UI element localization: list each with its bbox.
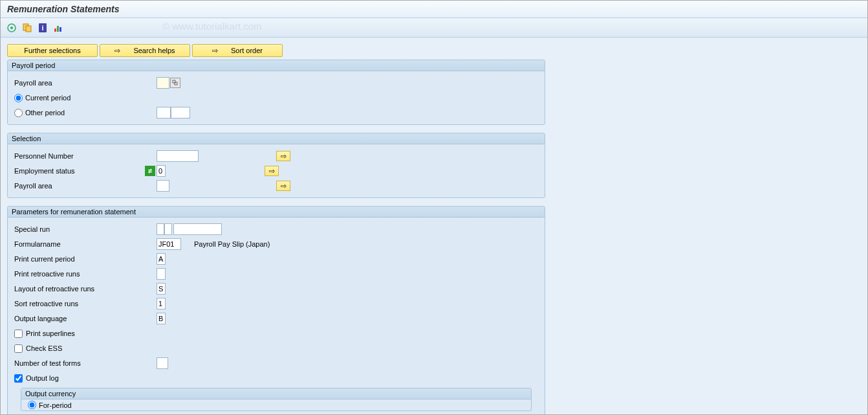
- output-lang-input[interactable]: [157, 313, 166, 324]
- radio-label-text: Current period: [25, 94, 71, 102]
- radio-input[interactable]: [14, 109, 23, 117]
- print-current-input[interactable]: [157, 253, 166, 265]
- svg-point-1: [10, 27, 13, 29]
- content-area: Further selections ⇨ Search helps ⇨ Sort…: [1, 38, 867, 414]
- btn-label: Sort order: [231, 47, 263, 54]
- watermark: © www.tutorialkart.com: [162, 21, 262, 32]
- output-currency-panel: Output currency For-period: [21, 388, 532, 411]
- output-log-label: Output log: [26, 374, 59, 382]
- panel-header: Parameters for remuneration statement: [8, 207, 545, 218]
- radio-input[interactable]: [28, 401, 36, 409]
- selection-panel: Selection Personnel Number ⇨ Employment …: [7, 133, 545, 198]
- parameters-panel: Parameters for remuneration statement Sp…: [7, 206, 545, 414]
- for-period-radio[interactable]: For-period: [28, 401, 525, 409]
- other-period-input1[interactable]: [157, 107, 171, 118]
- btn-label: Search helps: [133, 47, 175, 54]
- formular-description: Payroll Pay Slip (Japan): [194, 240, 270, 248]
- sort-retro-input[interactable]: [157, 298, 166, 309]
- payroll-area-input[interactable]: [157, 77, 169, 89]
- check-ess-checkbox[interactable]: [14, 344, 23, 353]
- layout-retro-label: Layout of retroactive runs: [14, 285, 157, 293]
- special-run-input3[interactable]: [173, 223, 222, 235]
- num-test-input[interactable]: [157, 357, 168, 369]
- payroll-period-panel: Payroll period Payroll area Current peri…: [7, 60, 545, 125]
- payroll-area-label: Payroll area: [14, 79, 157, 87]
- multiple-selection-button[interactable]: ⇨: [276, 181, 290, 191]
- f4-help-icon[interactable]: [170, 78, 180, 88]
- personnel-number-input[interactable]: [157, 150, 199, 162]
- variant-icon[interactable]: [21, 22, 33, 34]
- chart-icon[interactable]: [52, 22, 64, 34]
- svg-rect-6: [54, 28, 56, 32]
- print-superlines-label: Print superlines: [26, 330, 75, 337]
- panel-header: Output currency: [21, 388, 531, 399]
- payroll-area-sel-input[interactable]: [157, 180, 169, 192]
- payroll-area-label: Payroll area: [14, 182, 157, 190]
- further-selections-button[interactable]: Further selections: [7, 44, 98, 57]
- special-run-input2[interactable]: [164, 223, 172, 235]
- check-ess-label: Check ESS: [26, 344, 62, 352]
- svg-rect-3: [26, 26, 31, 32]
- panel-header: Selection: [8, 133, 545, 144]
- sort-retro-label: Sort retroactive runs: [14, 300, 157, 308]
- button-row: Further selections ⇨ Search helps ⇨ Sort…: [7, 44, 861, 57]
- sort-order-button[interactable]: ⇨ Sort order: [192, 44, 283, 57]
- multiple-selection-button[interactable]: ⇨: [265, 166, 279, 176]
- layout-retro-input[interactable]: [157, 283, 166, 295]
- personnel-number-label: Personnel Number: [14, 152, 157, 160]
- multiple-selection-button[interactable]: ⇨: [276, 151, 290, 161]
- svg-rect-8: [60, 27, 61, 32]
- app-window: Remuneration Statements i © www.tutorial…: [0, 0, 868, 415]
- special-run-label: Special run: [14, 225, 157, 233]
- toolbar: i © www.tutorialkart.com: [1, 18, 867, 38]
- info-icon[interactable]: i: [37, 22, 49, 34]
- search-helps-button[interactable]: ⇨ Search helps: [100, 44, 190, 57]
- print-current-label: Print current period: [14, 255, 157, 263]
- current-period-radio[interactable]: Current period: [14, 94, 71, 102]
- other-period-radio[interactable]: Other period: [14, 109, 157, 117]
- svg-text:i: i: [41, 24, 43, 32]
- svg-rect-7: [57, 26, 59, 32]
- panel-header: Payroll period: [8, 60, 545, 71]
- output-lang-label: Output language: [14, 315, 157, 322]
- page-title: Remuneration Statements: [1, 1, 867, 18]
- radio-label-text: Other period: [25, 109, 65, 117]
- print-superlines-checkbox[interactable]: [14, 330, 23, 338]
- employment-status-input[interactable]: [157, 165, 166, 177]
- output-log-checkbox[interactable]: [14, 374, 23, 383]
- arrow-right-icon: ⇨: [212, 47, 218, 55]
- special-run-input1[interactable]: [157, 223, 164, 235]
- execute-icon[interactable]: [6, 22, 17, 34]
- print-retro-label: Print retroactive runs: [14, 270, 157, 278]
- radio-label-text: For-period: [39, 401, 72, 409]
- formularname-label: Formularname: [14, 240, 157, 248]
- formularname-input[interactable]: [157, 238, 181, 250]
- num-test-label: Number of test forms: [14, 359, 157, 367]
- arrow-right-icon: ⇨: [114, 47, 120, 55]
- btn-label: Further selections: [24, 47, 80, 54]
- other-period-input2[interactable]: [171, 107, 190, 118]
- not-equal-icon[interactable]: ≠: [145, 166, 155, 176]
- radio-input[interactable]: [14, 94, 23, 102]
- employment-status-label: Employment status: [14, 167, 145, 175]
- print-retro-input[interactable]: [157, 268, 166, 280]
